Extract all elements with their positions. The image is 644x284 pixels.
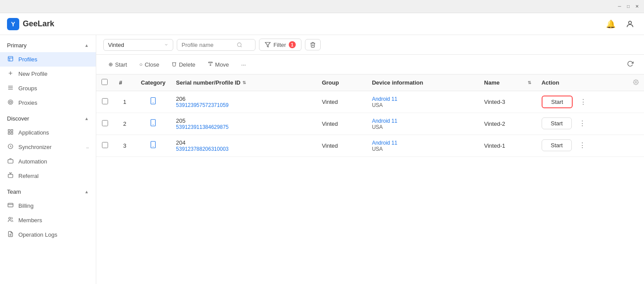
sidebar-section-primary-label: Primary xyxy=(7,42,27,49)
user-icon[interactable] xyxy=(623,17,637,31)
row2-checkbox[interactable] xyxy=(102,120,108,126)
row1-num: 1 xyxy=(114,91,136,113)
sidebar-item-referral[interactable]: Referral xyxy=(0,169,96,183)
delete-action-button[interactable]: Delete xyxy=(166,59,201,70)
device-icon xyxy=(149,142,157,150)
row2-serial-sub: 539123911384629875 xyxy=(176,124,311,130)
row1-checkbox-cell[interactable] xyxy=(96,91,114,113)
row3-checkbox-cell[interactable] xyxy=(96,135,114,157)
row2-os: Android 11 xyxy=(372,118,473,124)
row2-start-button[interactable]: Start xyxy=(542,117,572,129)
svg-point-21 xyxy=(238,43,242,46)
start-action-label: Start xyxy=(115,61,127,68)
delete-action-label: Delete xyxy=(179,61,196,68)
sidebar-item-new-profile[interactable]: New Profile xyxy=(0,67,96,81)
minimize-button[interactable]: ─ xyxy=(616,3,623,10)
row2-category xyxy=(136,113,171,135)
device-icon xyxy=(149,98,157,106)
search-box xyxy=(177,39,256,51)
new-profile-label: New Profile xyxy=(18,71,47,77)
table-settings-icon[interactable] xyxy=(633,79,639,86)
sidebar-section-primary: Primary ▲ Profiles New Profile xyxy=(0,39,96,110)
logo-area: Y GeeLark xyxy=(7,18,94,30)
notification-icon[interactable]: 🔔 xyxy=(604,17,618,31)
svg-line-22 xyxy=(241,46,242,47)
trash-button[interactable] xyxy=(305,39,321,50)
row3-category xyxy=(136,135,171,157)
svg-rect-12 xyxy=(11,132,13,134)
sidebar-item-operation-logs[interactable]: Operation Logs xyxy=(0,227,96,242)
sidebar-section-primary-header[interactable]: Primary ▲ xyxy=(0,39,96,52)
close-circle-icon: ○ xyxy=(139,61,142,67)
name-sort-icon: ⇅ xyxy=(528,80,531,85)
billing-icon xyxy=(7,202,14,209)
profiles-icon xyxy=(7,56,14,63)
sidebar-item-profiles[interactable]: Profiles xyxy=(0,52,96,67)
svg-rect-16 xyxy=(8,203,13,207)
row3-checkbox[interactable] xyxy=(102,142,108,148)
th-serial[interactable]: Serial number/Profile ID ⇅ xyxy=(171,75,316,91)
row2-checkbox-cell[interactable] xyxy=(96,113,114,135)
maximize-button[interactable]: □ xyxy=(625,3,632,10)
row3-os: Android 11 xyxy=(372,140,473,146)
refresh-button[interactable] xyxy=(623,58,637,71)
toolbar: Vinted Filter 1 xyxy=(96,35,644,55)
row1-start-button[interactable]: Start xyxy=(542,96,573,108)
row1-more-button[interactable]: ⋮ xyxy=(576,96,590,108)
referral-label: Referral xyxy=(18,173,38,179)
close-action-button[interactable]: ○ Close xyxy=(134,59,164,70)
move-icon xyxy=(208,61,213,68)
row2-more-button[interactable]: ⋮ xyxy=(575,117,589,129)
row2-name: Vinted-2 xyxy=(479,113,536,135)
row3-more-button[interactable]: ⋮ xyxy=(575,139,589,151)
svg-rect-14 xyxy=(8,160,13,163)
sidebar-item-applications[interactable]: Applications xyxy=(0,125,96,140)
table-row: 1 206 539123957572371059 Vinted xyxy=(96,91,644,113)
operation-logs-label: Operation Logs xyxy=(18,231,57,238)
search-input[interactable] xyxy=(182,42,234,48)
device-icon xyxy=(149,120,157,128)
filter-button[interactable]: Filter 1 xyxy=(259,39,301,51)
sidebar-item-synchronizer[interactable]: Synchronizer – xyxy=(0,140,96,154)
groups-label: Groups xyxy=(18,85,37,92)
more-action-button[interactable]: ··· xyxy=(236,59,251,70)
sidebar-section-discover: Discover ▲ Applications Synchronizer – xyxy=(0,112,96,183)
sidebar-section-team-header[interactable]: Team ▲ xyxy=(0,185,96,199)
sidebar-item-groups[interactable]: Groups xyxy=(0,81,96,96)
proxies-label: Proxies xyxy=(18,99,37,106)
move-action-button[interactable]: Move xyxy=(203,59,234,70)
billing-label: Billing xyxy=(18,202,34,209)
row3-num: 3 xyxy=(114,135,136,157)
th-checkbox[interactable] xyxy=(96,75,114,91)
serial-sort-icon: ⇅ xyxy=(242,80,246,85)
select-all-checkbox[interactable] xyxy=(102,79,108,85)
sidebar-item-billing[interactable]: Billing xyxy=(0,199,96,213)
row1-checkbox[interactable] xyxy=(102,98,108,104)
row1-category xyxy=(136,91,171,113)
search-icon xyxy=(237,42,242,48)
th-name[interactable]: Name ⇅ xyxy=(479,75,536,91)
trash-icon xyxy=(310,42,316,48)
primary-chevron-icon: ▲ xyxy=(84,43,89,48)
start-action-button[interactable]: ⊕ Start xyxy=(103,59,132,70)
sidebar-item-members[interactable]: Members xyxy=(0,213,96,227)
move-action-label: Move xyxy=(215,61,229,68)
team-chevron-icon: ▲ xyxy=(84,189,89,194)
row1-serial: 206 539123957572371059 xyxy=(171,91,316,113)
sidebar-item-automation[interactable]: Automation xyxy=(0,154,96,169)
row3-country: USA xyxy=(372,146,473,152)
sidebar-section-discover-header[interactable]: Discover ▲ xyxy=(0,112,96,125)
th-category: Category xyxy=(136,75,171,91)
members-icon xyxy=(7,217,14,224)
sidebar-section-team: Team ▲ Billing Members xyxy=(0,185,96,242)
app-title: GeeLark xyxy=(23,19,54,28)
svg-point-7 xyxy=(8,100,13,105)
content-area: Vinted Filter 1 ⊕ xyxy=(96,35,644,284)
row3-serial-main: 204 xyxy=(176,139,311,146)
sidebar-item-proxies[interactable]: Proxies xyxy=(0,96,96,110)
close-button[interactable]: ✕ xyxy=(634,3,640,10)
th-num: # xyxy=(114,75,136,91)
automation-label: Automation xyxy=(18,158,47,165)
row3-start-button[interactable]: Start xyxy=(542,139,572,151)
group-select[interactable]: Vinted xyxy=(103,39,173,51)
